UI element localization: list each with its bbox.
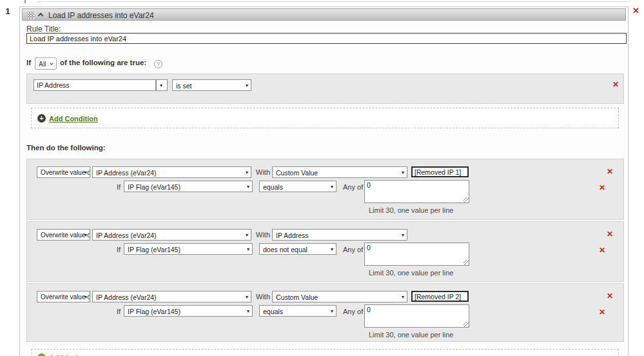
action-verb-value: Overwrite value of bbox=[41, 293, 90, 301]
following-are-true-label: of the following are true: bbox=[60, 59, 146, 66]
action-condition-operator-select[interactable]: equals ▾ bbox=[259, 181, 337, 192]
dropdown-arrow-icon: ▾ bbox=[402, 294, 404, 300]
limit-note: Limit 30, one value per line bbox=[369, 206, 453, 214]
action-box: Overwrite value of ▾ IP Address (eVar24)… bbox=[26, 221, 624, 282]
dropdown-arrow-icon: ▾ bbox=[246, 83, 248, 88]
action-target-select[interactable]: IP Address (eVar24) ▾ bbox=[92, 166, 251, 178]
conditions-box: ▾ is set ▾ ✕ bbox=[26, 74, 624, 104]
match-mode-select[interactable]: All bbox=[35, 57, 57, 70]
delete-action-icon[interactable]: ✕ bbox=[607, 168, 613, 175]
action-source-select[interactable]: IP Address ▾ bbox=[272, 229, 407, 241]
delete-rule-icon[interactable]: ✕ bbox=[632, 7, 639, 15]
dropdown-arrow-icon: ▾ bbox=[402, 232, 404, 238]
processing-rules-screen: 1 ✕ Load IP addresses into eVar24 Rule T… bbox=[0, 0, 644, 356]
dropdown-arrow-icon: ▾ bbox=[246, 294, 248, 300]
plus-icon: + bbox=[37, 353, 46, 356]
delete-action-condition-icon[interactable]: ✕ bbox=[599, 246, 605, 254]
collapse-chevron-icon[interactable] bbox=[38, 13, 43, 18]
condition-field-dropdown-button[interactable]: ▾ bbox=[156, 79, 168, 91]
dropdown-arrow-icon: ▾ bbox=[246, 170, 248, 175]
add-action-box[interactable]: + Add Action bbox=[31, 349, 619, 356]
if-label: If bbox=[117, 183, 121, 191]
delete-action-condition-icon[interactable]: ✕ bbox=[599, 308, 605, 316]
action-condition-field-value: IP Flag (eVar145) bbox=[128, 246, 181, 253]
action-verb-value: Overwrite value of bbox=[41, 232, 90, 239]
condition-operator-value: is set bbox=[176, 82, 192, 90]
any-of-label: Any of bbox=[343, 246, 363, 253]
then-do-label: Then do the following: bbox=[26, 144, 106, 152]
custom-value-input[interactable] bbox=[411, 291, 469, 302]
action-source-value: IP Address bbox=[276, 232, 309, 239]
resize-grip-icon[interactable] bbox=[463, 197, 469, 203]
top-divider-tick bbox=[24, 0, 26, 3]
action-verb-select[interactable]: Overwrite value of ▾ bbox=[37, 291, 90, 302]
resize-grip-icon[interactable] bbox=[463, 260, 469, 265]
if-label: If bbox=[117, 308, 121, 315]
action-target-select[interactable]: IP Address (eVar24) ▾ bbox=[92, 229, 251, 241]
delete-action-condition-icon[interactable]: ✕ bbox=[599, 184, 605, 192]
rule-panel: Load IP addresses into eVar24 Rule Title… bbox=[19, 6, 629, 356]
action-condition-field-value: IP Flag (eVar145) bbox=[128, 183, 181, 191]
action-condition-operator-value: does not equal bbox=[263, 246, 307, 253]
dropdown-arrow-icon: ▾ bbox=[84, 170, 87, 175]
condition-operator-select[interactable]: is set ▾ bbox=[172, 79, 251, 91]
help-icon[interactable]: ? bbox=[154, 60, 162, 68]
chevron-down-icon bbox=[50, 61, 54, 65]
limit-note: Limit 30, one value per line bbox=[369, 331, 453, 339]
action-target-select[interactable]: IP Address (eVar24) ▾ bbox=[92, 291, 251, 302]
delete-condition-icon[interactable]: ✕ bbox=[612, 81, 619, 88]
with-label: With bbox=[256, 231, 270, 239]
values-textarea[interactable]: 0 bbox=[364, 304, 469, 328]
action-condition-field-value: IP Flag (eVar145) bbox=[128, 308, 181, 315]
action-target-value: IP Address (eVar24) bbox=[96, 169, 157, 177]
action-source-value: Custom Value bbox=[276, 169, 318, 177]
rule-number: 1 bbox=[1, 6, 14, 16]
rule-title-label: Rule Title: bbox=[26, 25, 61, 34]
if-label: If bbox=[26, 59, 31, 66]
action-source-value: Custom Value bbox=[276, 293, 318, 301]
dropdown-arrow-icon: ▾ bbox=[402, 170, 404, 175]
action-target-value: IP Address (eVar24) bbox=[96, 232, 157, 239]
any-of-label: Any of bbox=[343, 183, 363, 191]
add-condition-link[interactable]: Add Condition bbox=[49, 115, 98, 123]
drag-handle-icon[interactable] bbox=[27, 12, 34, 19]
dropdown-arrow-icon: ▾ bbox=[331, 246, 333, 252]
action-condition-operator-value: equals bbox=[263, 308, 283, 315]
action-condition-field-select[interactable]: IP Flag (eVar145) ▾ bbox=[124, 305, 253, 317]
action-source-select[interactable]: Custom Value ▾ bbox=[272, 291, 407, 302]
with-label: With bbox=[256, 168, 270, 176]
dropdown-arrow-icon: ▾ bbox=[160, 83, 162, 88]
values-textarea[interactable]: 0 bbox=[364, 180, 469, 203]
rule-header-bar[interactable]: Load IP addresses into eVar24 bbox=[22, 8, 626, 21]
limit-note: Limit 30, one value per line bbox=[369, 269, 453, 277]
custom-value-input[interactable] bbox=[411, 166, 469, 177]
rule-title-input[interactable] bbox=[26, 33, 627, 44]
values-textarea[interactable]: 0 bbox=[364, 242, 469, 266]
any-of-label: Any of bbox=[343, 308, 363, 315]
dropdown-arrow-icon: ▾ bbox=[331, 308, 333, 314]
action-condition-operator-select[interactable]: does not equal ▾ bbox=[259, 243, 337, 255]
plus-icon: + bbox=[37, 114, 46, 123]
dropdown-arrow-icon: ▾ bbox=[247, 308, 249, 314]
action-verb-select[interactable]: Overwrite value of ▾ bbox=[37, 166, 90, 178]
action-source-select[interactable]: Custom Value ▾ bbox=[272, 166, 407, 178]
match-mode-value: All bbox=[39, 60, 46, 68]
delete-action-icon[interactable]: ✕ bbox=[607, 230, 613, 238]
dropdown-arrow-icon: ▾ bbox=[331, 184, 333, 190]
delete-action-icon[interactable]: ✕ bbox=[607, 292, 613, 300]
condition-field-input[interactable] bbox=[34, 79, 156, 91]
action-condition-field-select[interactable]: IP Flag (eVar145) ▾ bbox=[124, 181, 253, 192]
action-target-value: IP Address (eVar24) bbox=[96, 293, 157, 301]
add-condition-box[interactable]: + Add Condition bbox=[31, 108, 619, 128]
rule-header-title: Load IP addresses into eVar24 bbox=[48, 11, 154, 20]
action-condition-operator-select[interactable]: equals ▾ bbox=[259, 305, 337, 317]
action-condition-field-select[interactable]: IP Flag (eVar145) ▾ bbox=[124, 243, 253, 255]
resize-grip-icon[interactable] bbox=[463, 322, 469, 327]
dropdown-arrow-icon: ▾ bbox=[84, 294, 87, 300]
action-verb-select[interactable]: Overwrite value of ▾ bbox=[37, 229, 90, 241]
dropdown-arrow-icon: ▾ bbox=[84, 232, 87, 238]
with-label: With bbox=[256, 293, 270, 301]
action-box: Overwrite value of ▾ IP Address (eVar24)… bbox=[26, 159, 624, 220]
action-box: Overwrite value of ▾ IP Address (eVar24)… bbox=[26, 283, 624, 342]
action-condition-operator-value: equals bbox=[263, 183, 283, 191]
